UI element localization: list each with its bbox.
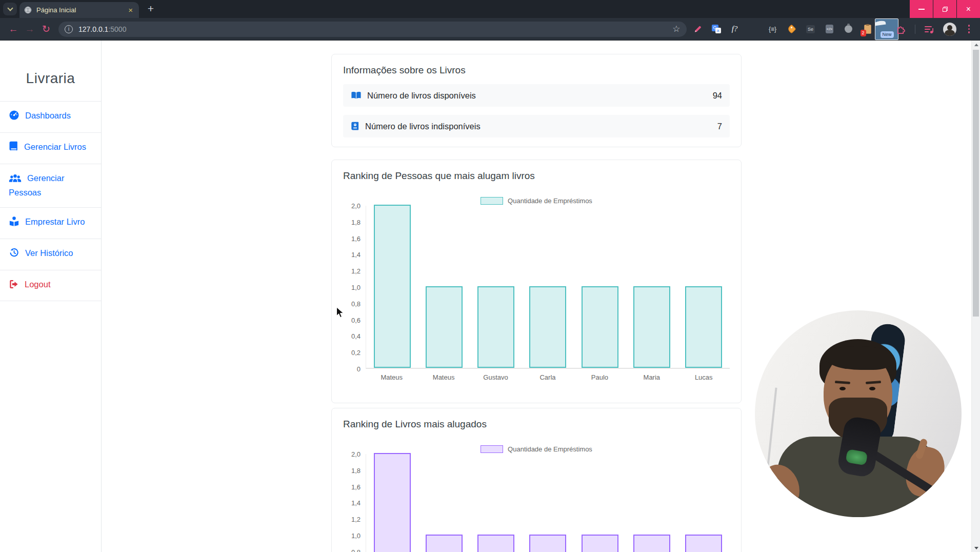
selenium-icon[interactable]: Se — [806, 24, 816, 35]
bar-slot — [418, 286, 470, 368]
font-query-icon[interactable]: f? — [730, 24, 740, 35]
restore-icon — [943, 7, 948, 12]
extension-glyph: {≡} — [769, 26, 776, 33]
plot — [366, 454, 730, 552]
close-button[interactable]: × — [957, 0, 980, 18]
bar — [426, 286, 463, 368]
translate-icon[interactable]: Ga — [712, 25, 721, 34]
extension-badge: 2 — [861, 30, 866, 36]
globe-icon — [24, 6, 32, 14]
x-tick-label: Gustavo — [470, 373, 522, 381]
extensions-puzzle-icon[interactable] — [896, 24, 906, 35]
chart-plot-area: 2,01,81,61,41,21,00,80,60,40,20 — [343, 454, 730, 552]
tab-close-icon[interactable]: × — [127, 6, 134, 14]
code-icon[interactable]: </> — [825, 24, 835, 35]
people-chart: Quantidade de Empréstimos2,01,81,61,41,2… — [343, 197, 730, 381]
legend-swatch — [481, 197, 503, 205]
sidebar-nav: DashboardsGerenciar LivrosGerenciar Pess… — [0, 101, 101, 301]
book-dead-icon — [351, 122, 359, 131]
x-tick-label: Mateus — [366, 373, 417, 381]
info-row-value: 94 — [713, 91, 722, 101]
profile-avatar[interactable] — [943, 23, 956, 36]
x-tick-label: Maria — [626, 373, 677, 381]
bar — [374, 453, 411, 552]
scrollbar-up-arrow[interactable] — [972, 41, 980, 49]
toolbar-divider — [915, 25, 915, 34]
info-row-label: Número de livros indisponíveis — [365, 122, 481, 131]
bar-slot — [574, 535, 626, 552]
bar-slot — [418, 535, 470, 552]
page-viewport: Livraria DashboardsGerenciar LivrosGeren… — [0, 41, 980, 552]
sidebar-item-emprestar-livro[interactable]: Emprestar Livro — [0, 207, 101, 239]
bar — [374, 205, 411, 368]
tomato-icon[interactable] — [844, 24, 854, 35]
tag-icon[interactable] — [787, 24, 797, 35]
bar-slot — [678, 286, 730, 368]
tab-title: Página Inicial — [36, 6, 127, 14]
bar — [582, 535, 618, 552]
y-tick-label: 1,6 — [351, 234, 361, 242]
sidebar-item-gerenciar-pessoas[interactable]: Gerenciar Pessoas — [0, 164, 101, 207]
minimize-button[interactable] — [910, 0, 933, 18]
bar-slot — [626, 286, 677, 368]
info-row: Número de livros indisponíveis7 — [343, 115, 730, 137]
books-chart-title: Ranking de Livros mais alugados — [343, 419, 730, 430]
bar — [529, 286, 566, 368]
y-tick-label: 1,2 — [351, 267, 361, 275]
x-tick-label: Mateus — [417, 373, 469, 381]
browser-menu-icon[interactable] — [965, 25, 973, 33]
y-tick-label: 1,2 — [351, 516, 361, 523]
pen-icon[interactable] — [693, 24, 703, 35]
bar — [582, 286, 618, 368]
y-axis: 2,01,81,61,41,21,00,80,60,40,20 — [343, 454, 366, 552]
webcam-overlay — [755, 310, 962, 517]
y-tick-label: 1,0 — [351, 284, 361, 291]
sidebar-item-gerenciar-livros[interactable]: Gerenciar Livros — [0, 132, 101, 164]
avatar-shoulders — [945, 30, 955, 36]
back-icon[interactable]: ← — [5, 24, 22, 35]
tab-search-button[interactable] — [3, 3, 17, 15]
y-tick-label: 1,4 — [351, 499, 361, 507]
bar-slot — [366, 453, 418, 552]
bar — [477, 535, 514, 552]
url-host: 127.0.0.1 — [78, 25, 108, 33]
media-controls-icon[interactable] — [924, 24, 934, 35]
people-chart-title: Ranking de Pessoas que mais alugam livro… — [343, 170, 730, 182]
sidebar-item-label: Logout — [25, 280, 50, 289]
y-tick-label: 0,2 — [351, 349, 361, 357]
restore-button[interactable] — [933, 0, 956, 18]
legend-swatch — [481, 445, 503, 453]
y-tick-label: 0,8 — [351, 300, 361, 307]
sidebar-item-ver-historico[interactable]: Ver Histórico — [0, 239, 101, 270]
bar — [426, 535, 463, 552]
bar — [529, 535, 566, 552]
sidebar-item-logout[interactable]: Logout — [0, 270, 101, 302]
scrollbar-thumb[interactable] — [973, 50, 979, 317]
books-chart-card: Ranking de Livros mais alugados Quantida… — [331, 408, 742, 552]
book-open-icon — [351, 91, 362, 100]
chart-legend: Quantidade de Empréstimos — [343, 197, 730, 205]
bar-slot — [522, 535, 574, 552]
wave-icon[interactable]: New — [882, 24, 892, 35]
new-tab-icon[interactable]: + — [144, 3, 157, 14]
info-icon[interactable]: i — [65, 25, 73, 33]
braces-icon[interactable]: {≡} — [768, 24, 778, 35]
bookmark-star-icon[interactable]: ☆ — [672, 24, 680, 34]
browser-tab[interactable]: Página Inicial × — [19, 2, 139, 18]
reload-icon[interactable]: ↻ — [38, 23, 54, 35]
info-rows: Número de livros disponíveis94Número de … — [343, 84, 730, 137]
y-tick-label: 1,4 — [351, 251, 361, 259]
address-bar[interactable]: i 127.0.0.1:5000 ☆ — [58, 22, 687, 37]
legend-label: Quantidade de Empréstimos — [508, 445, 592, 453]
y-tick-label: 0 — [357, 365, 361, 373]
close-icon: × — [966, 5, 971, 13]
forward-icon[interactable]: → — [22, 24, 38, 35]
briefcase-circle-icon[interactable] — [749, 24, 759, 35]
y-tick-label: 0,6 — [351, 316, 361, 324]
bar-slot — [522, 286, 574, 368]
clipboard-icon[interactable]: 2 — [863, 24, 873, 35]
sidebar-item-dashboards[interactable]: Dashboards — [0, 101, 101, 132]
scrollbar-down-arrow[interactable] — [972, 544, 980, 552]
sidebar-item-label: Ver Histórico — [25, 248, 73, 258]
page-scrollbar[interactable] — [971, 41, 980, 552]
